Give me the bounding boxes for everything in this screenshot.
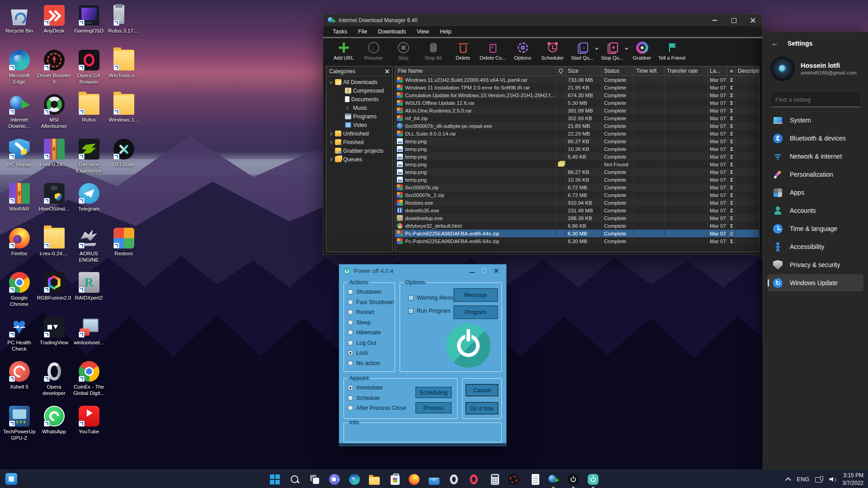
minimize-button[interactable] [470, 272, 475, 273]
desktop-icon-coinex[interactable]: CoinEx - The Global Digit... [71, 359, 106, 404]
notepad-button[interactable] [524, 470, 543, 488]
do-it-now-button[interactable]: Do it now [466, 402, 498, 414]
column-transfer-rate[interactable]: Transfer rate [664, 66, 707, 75]
action-radio-option[interactable]: Lock [344, 348, 395, 358]
toolbar-stop-queue-button[interactable]: Stop Qu... [597, 39, 627, 63]
column-description[interactable]: Description [735, 66, 759, 75]
store-button[interactable] [384, 470, 404, 488]
Windows.11.v21H2.Build.22000.493.x64-VL.part4.rar[interactable]: Windows.11.v21H2.Build.22000.493.x64-VL.… [395, 76, 759, 84]
toolbar-tell-a-friend-button[interactable]: Tell a Friend [657, 39, 687, 63]
desktop-icon-windows-folder[interactable]: Windows.1... [106, 92, 141, 136]
idm-titlebar[interactable]: Internet Download Manager 6.40 [323, 14, 762, 26]
process-button[interactable]: Process [415, 402, 452, 413]
desktop-icon-restoro[interactable]: Restoro [106, 225, 141, 270]
power-off-dark-button[interactable] [563, 470, 583, 488]
temp.png[interactable]: temp.png 86.27 KB Complete Mar 07 ... [395, 137, 759, 145]
temp.png[interactable]: temp.png 10.36 KB Complete Mar 07 ... [395, 176, 759, 183]
search-input[interactable] [770, 92, 861, 107]
Cumulative.Update.for.Windows.10.Version.21H2-21H1-20H2.for....[interactable]: Cumulative.Update.for.Windows.10.Version… [395, 91, 759, 99]
sidebar-item-apps[interactable]: Apps [768, 184, 863, 201]
user-profile[interactable]: Hossein lotfi amirlotfi168@gmail.com [763, 51, 868, 86]
desktop-icon-wintoolsnet[interactable]: wintoolsnet... [71, 314, 106, 359]
driver-booster-button[interactable] [504, 470, 524, 488]
desktop-icon-youtube[interactable]: YouTube [71, 404, 106, 448]
mf_64.zip[interactable]: mf_64.zip 302.59 KB Complete Mar 07 ... [395, 114, 759, 122]
calculator-button[interactable] [484, 470, 504, 488]
column-status[interactable]: Status [601, 66, 633, 75]
column-q[interactable]: Q [556, 66, 565, 75]
temp.png[interactable]: temp.png 86.27 KB Complete Mar 07 ... [395, 168, 759, 176]
desktop-icon-tradingview[interactable]: TradingView [37, 314, 71, 359]
desktop-icon-chrome[interactable]: Google Chrome [2, 270, 37, 314]
desktop-icon-winrar[interactable]: WinRAR [2, 181, 37, 225]
desktop-icon-gamingosd[interactable]: GamingOSD [71, 3, 106, 47]
menu-item[interactable]: Downloads [373, 27, 411, 37]
expander-icon[interactable] [339, 123, 343, 127]
edge-button[interactable] [344, 470, 364, 488]
desktop-icon-anydesk[interactable]: AnyDesk [37, 3, 71, 47]
temp.png[interactable]: temp.png 10.36 KB Complete Mar 07 ... [395, 145, 759, 153]
sidebar-item-network[interactable]: Network & internet [768, 148, 863, 165]
expander-icon[interactable] [339, 97, 343, 102]
desktop-icon-firefox[interactable]: Firefox [2, 225, 37, 270]
desktop-icon-trex-folder[interactable]: t-rex-0.24.... [37, 225, 71, 270]
action-radio-option[interactable]: Fast Shutdown [344, 297, 395, 308]
action-radio-option[interactable]: No action [344, 358, 395, 369]
toolbar-delete-button[interactable]: Delete [448, 39, 478, 63]
DLL.Suite.9.0.0.14.rar[interactable]: DLL.Suite.9.0.0.14.rar 22.29 MB Complete… [395, 130, 759, 137]
Restoro.exe[interactable]: Restoro.exe 910.94 KB Complete Mar 07 ..… [395, 199, 759, 206]
category-compressed[interactable]: Compressed [326, 86, 392, 95]
close-icon[interactable] [385, 69, 390, 74]
action-radio-option[interactable]: Shutdown [344, 287, 395, 297]
chat-button[interactable] [325, 470, 344, 488]
sort-icon[interactable] [727, 66, 735, 75]
category-programs[interactable]: Programs [326, 112, 392, 121]
0xc00007b_2.zip[interactable]: 0xc00007b_2.zip 6.72 MB Complete Mar 07 … [395, 191, 759, 199]
volume-icon[interactable] [829, 476, 836, 483]
firefox-button[interactable] [404, 470, 424, 488]
desktop-icon-msi-afterburner[interactable]: MSI Afterburner [37, 92, 71, 136]
Pc-Patch6225EA96DAFBA-en86-64x.zip[interactable]: Pc-Patch6225EA96DAFBA-en86-64x.zip 6.30 … [395, 237, 759, 245]
toolbar-stop-all-button[interactable]: Stop All [418, 39, 448, 63]
toolbar-stop-button[interactable]: Stop [388, 39, 418, 63]
mail-button[interactable] [424, 470, 444, 488]
0xc000007b_dll-outbyte-pc-repair.exe[interactable]: 0xc000007b_dll-outbyte-pc-repair.exe 21.… [395, 122, 759, 130]
0xc00007b.zip[interactable]: 0xc00007b.zip 6.72 MB Complete Mar 07 ..… [395, 183, 759, 191]
dxwebsetup.exe[interactable]: dxwebsetup.exe 288.39 KB Complete Mar 07… [395, 214, 759, 222]
category-music[interactable]: Music [326, 103, 392, 112]
column-file-name[interactable]: File Name [395, 66, 556, 75]
desktop-icon-pc-health[interactable]: PC Health Check [2, 314, 37, 359]
All.in.One.Runtimes.2.5.0.rar[interactable]: All.in.One.Runtimes.2.5.0.rar 391.09 MB … [395, 107, 759, 114]
close-button[interactable] [743, 14, 762, 26]
idm-button[interactable] [543, 470, 563, 488]
action-radio-option[interactable]: Sleep [344, 318, 395, 328]
expander-icon[interactable] [329, 131, 333, 136]
desktop-icon-driver-booster[interactable]: Driver Booster 9 [37, 47, 71, 92]
expander-icon[interactable] [339, 89, 343, 93]
opera-gx-button[interactable] [464, 470, 484, 488]
desktop-icon-xshell[interactable]: Xshell 5 [2, 359, 37, 404]
sidebar-item-windows-update[interactable]: Windows Update [768, 274, 863, 291]
desktop-icon-hiveos[interactable]: HiveOSInst... [37, 181, 71, 225]
dialog-titlebar[interactable]: Power off 4.0.4 [339, 264, 506, 277]
desktop-icon-idm[interactable]: Internet Downlo... [2, 92, 37, 136]
desktop-icon-aorus[interactable]: AORUS ENGINE [71, 225, 106, 270]
menu-item[interactable]: Help [435, 27, 457, 37]
dbfybeye32_default.html[interactable]: dbfybeye32_default.html 6.86 KB Complete… [395, 222, 759, 230]
toolbar-grabber-button[interactable]: Grabber [627, 39, 657, 63]
close-button[interactable] [494, 268, 499, 273]
menu-item[interactable]: Tasks [328, 27, 352, 37]
desktop-icon-opera-gx[interactable]: Opera GX Browser [71, 47, 106, 92]
expander-icon[interactable] [329, 80, 333, 84]
desktop-icon-edge[interactable]: Microsoft Edge [2, 47, 37, 92]
toolbar-scheduler-button[interactable]: Scheduler [538, 39, 567, 63]
dotnetfx35.exe[interactable]: dotnetfx35.exe 231.49 MB Complete Mar 07… [395, 206, 759, 214]
desktop-icon-recycle-bin[interactable]: Recycle Bin [2, 3, 37, 47]
sidebar-item-system[interactable]: System [768, 112, 863, 129]
category-video[interactable]: Video [326, 121, 392, 129]
maximize-button[interactable] [724, 14, 743, 26]
toolbar-delete-completed-button[interactable]: Delete Co... [478, 39, 508, 63]
clock[interactable]: 3:15 PM 3/7/2022 [842, 472, 863, 486]
desktop-icon-pc-repair[interactable]: PC Repair [2, 136, 37, 181]
category-queues[interactable]: Queues [326, 155, 392, 164]
